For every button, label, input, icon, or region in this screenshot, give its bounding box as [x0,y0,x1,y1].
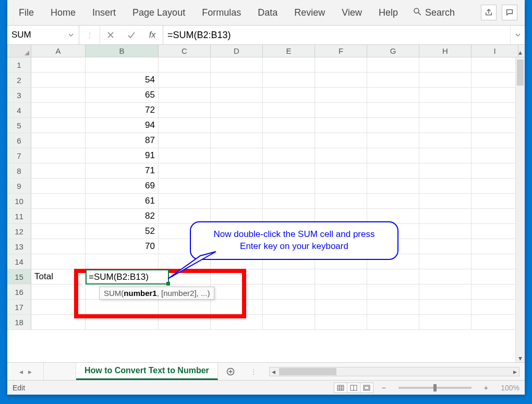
scroll-up-arrow[interactable]: ▴ [516,48,525,56]
row-header-6[interactable]: 6 [7,133,31,148]
cell-A4[interactable] [31,103,86,118]
cell-H10[interactable] [419,194,471,209]
row-header-16[interactable]: 16 [7,284,31,300]
cell-H14[interactable] [419,254,471,269]
ribbon-tab-data[interactable]: Data [250,3,285,22]
formula-bar-expand-button[interactable] [510,26,525,44]
row-header-12[interactable]: 12 [7,224,31,239]
column-header-I[interactable]: I [471,45,518,57]
cell-A6[interactable] [31,133,86,148]
cell-H4[interactable] [419,103,471,118]
cell-D9[interactable] [211,179,263,194]
cell-E1[interactable] [263,57,315,73]
cell-G15[interactable] [367,269,419,284]
select-all-corner[interactable] [7,45,31,57]
add-sheet-button[interactable] [218,363,243,380]
cell-F10[interactable] [315,194,367,209]
cell-A9[interactable] [31,179,86,194]
hscroll-right-arrow[interactable]: ▸ [511,367,519,376]
vertical-scroll-thumb[interactable] [517,60,524,86]
cell-C3[interactable] [159,88,211,103]
sheet-prev-icon[interactable]: ◂ [19,367,23,376]
cell-B18[interactable] [86,315,159,330]
name-box-dropdown-icon[interactable] [66,30,76,40]
row-header-7[interactable]: 7 [7,148,31,163]
cell-I12[interactable] [471,224,518,239]
cell-G9[interactable] [367,179,419,194]
cell-A8[interactable] [31,163,86,179]
cell-I17[interactable] [471,300,518,315]
cell-D1[interactable] [211,57,263,73]
column-header-E[interactable]: E [263,45,315,57]
ribbon-tab-view[interactable]: View [334,3,369,22]
cell-D7[interactable] [211,148,263,163]
cell-I5[interactable] [471,118,518,133]
cell-H17[interactable] [419,300,471,315]
ribbon-tab-help[interactable]: Help [371,3,405,22]
cell-I10[interactable] [471,194,518,209]
column-header-G[interactable]: G [367,45,419,57]
cell-F8[interactable] [315,163,367,179]
cell-H6[interactable] [419,133,471,148]
cell-E17[interactable] [263,300,315,315]
cell-G8[interactable] [367,163,419,179]
cell-E8[interactable] [263,163,315,179]
row-header-18[interactable]: 18 [7,315,31,330]
cell-F4[interactable] [315,103,367,118]
cell-H13[interactable] [419,239,471,254]
horizontal-scrollbar[interactable]: ◂ ▸ [269,367,519,376]
column-header-H[interactable]: H [419,45,471,57]
cell-B17[interactable] [86,300,159,315]
cell-G17[interactable] [367,300,419,315]
row-header-5[interactable]: 5 [7,118,31,133]
view-normal-button[interactable] [334,383,347,393]
cell-G3[interactable] [367,88,419,103]
cell-A11[interactable] [31,209,86,224]
formula-bar-grip[interactable]: ⋮ [79,26,100,44]
zoom-in-button[interactable]: + [482,384,490,392]
cell-I18[interactable] [471,315,518,330]
row-header-13[interactable]: 13 [7,239,31,254]
cell-G16[interactable] [367,284,419,300]
cell-H5[interactable] [419,118,471,133]
cell-H15[interactable] [419,269,471,284]
cell-I13[interactable] [471,239,518,254]
cell-B9[interactable]: 69 [86,179,159,194]
zoom-slider-handle[interactable] [433,384,437,391]
cell-A13[interactable] [31,239,86,254]
hscroll-thumb[interactable] [279,368,336,375]
cell-G7[interactable] [367,148,419,163]
cell-G2[interactable] [367,73,419,88]
column-header-B[interactable]: B [86,45,159,57]
cell-C10[interactable] [159,194,211,209]
cell-F18[interactable] [315,315,367,330]
cell-H9[interactable] [419,179,471,194]
enter-formula-button[interactable] [121,26,142,44]
cell-E5[interactable] [263,118,315,133]
cell-E18[interactable] [263,315,315,330]
cell-D3[interactable] [211,88,263,103]
cell-G4[interactable] [367,103,419,118]
row-header-8[interactable]: 8 [7,163,31,179]
cell-B7[interactable]: 91 [86,148,159,163]
cell-B8[interactable]: 71 [86,163,159,179]
row-header-4[interactable]: 4 [7,103,31,118]
cell-F9[interactable] [315,179,367,194]
ribbon-tab-formulas[interactable]: Formulas [195,3,248,22]
cell-C1[interactable] [159,57,211,73]
cell-B10[interactable]: 61 [86,194,159,209]
view-page-break-button[interactable] [360,383,373,393]
cell-E4[interactable] [263,103,315,118]
cell-E7[interactable] [263,148,315,163]
cell-F5[interactable] [315,118,367,133]
cell-D5[interactable] [211,118,263,133]
cell-H16[interactable] [419,284,471,300]
cell-C17[interactable] [159,300,211,315]
cell-A1[interactable] [31,57,86,73]
cell-D8[interactable] [211,163,263,179]
cell-H18[interactable] [419,315,471,330]
cell-I11[interactable] [471,209,518,224]
cell-H11[interactable] [419,209,471,224]
cell-E15[interactable] [263,269,315,284]
cell-C9[interactable] [159,179,211,194]
